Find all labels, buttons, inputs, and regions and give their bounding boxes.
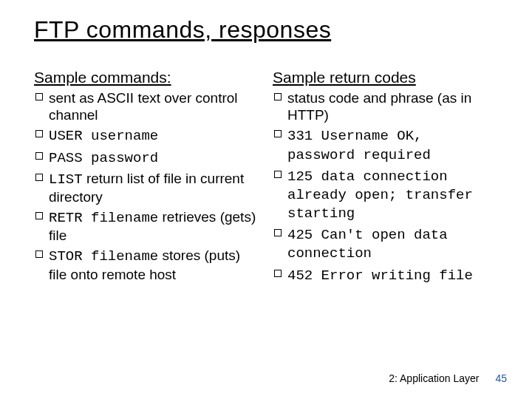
footer: 2: Application Layer45: [389, 372, 507, 384]
item-text: status code and phrase (as in HTTP): [287, 90, 471, 123]
item-code: 125 data connection already open; transf…: [287, 168, 473, 222]
footer-page-number: 45: [495, 372, 507, 384]
item-code: RETR filename: [49, 210, 158, 226]
slide: FTP commands, responses Sample commands:…: [0, 0, 532, 399]
right-list: status code and phrase (as in HTTP) 331 …: [273, 89, 498, 284]
item-text: sent as ASCII text over control channel: [49, 90, 238, 123]
right-heading: Sample return codes: [273, 69, 498, 86]
left-column: Sample commands: sent as ASCII text over…: [34, 69, 259, 284]
item-code: 452 Error writing file: [287, 267, 473, 284]
list-item: LIST return list of file in current dire…: [34, 170, 259, 205]
list-item: 331 Username OK, password required: [273, 126, 498, 163]
item-code: USER username: [49, 128, 158, 144]
item-code: LIST: [49, 171, 83, 188]
list-item: 425 Can't open data connection: [273, 225, 498, 262]
list-item: 125 data connection already open; transf…: [273, 167, 498, 223]
footer-chapter: 2: Application Layer: [389, 372, 479, 384]
columns: Sample commands: sent as ASCII text over…: [34, 69, 498, 284]
left-list: sent as ASCII text over control channel …: [34, 89, 259, 283]
right-column: Sample return codes status code and phra…: [273, 69, 498, 284]
left-heading: Sample commands:: [34, 69, 259, 86]
list-item: USER username: [34, 126, 259, 145]
item-code: STOR filename: [49, 248, 158, 265]
list-item: sent as ASCII text over control channel: [34, 89, 259, 123]
item-code: 331 Username OK, password required: [287, 128, 431, 163]
list-item: 452 Error writing file: [273, 266, 498, 284]
slide-title: FTP commands, responses: [34, 16, 498, 44]
item-code: 425 Can't open data connection: [287, 227, 448, 262]
list-item: PASS password: [34, 149, 259, 167]
list-item: STOR filename stores (puts) file onto re…: [34, 247, 259, 282]
list-item: RETR filename retrieves (gets) file: [34, 208, 259, 244]
item-code: PASS password: [49, 150, 158, 166]
list-item: status code and phrase (as in HTTP): [273, 89, 498, 123]
